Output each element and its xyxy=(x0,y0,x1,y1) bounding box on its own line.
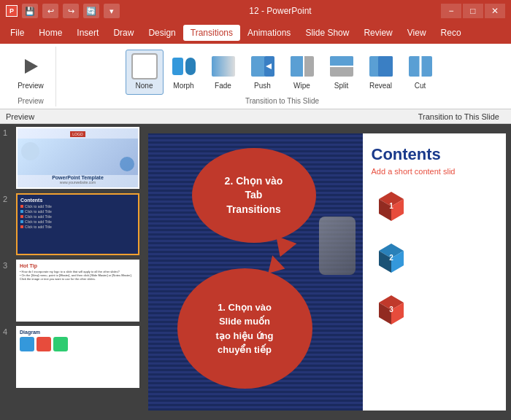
menu-insert[interactable]: Insert xyxy=(69,25,106,41)
morph-label: Morph xyxy=(173,82,193,90)
callout-1-text: 2. Chọn vào Tab Transitions xyxy=(218,167,291,225)
ribbon-preview-items: Preview xyxy=(12,48,50,96)
menu-animations[interactable]: Animations xyxy=(240,25,298,41)
preview-button[interactable]: Preview xyxy=(12,50,50,95)
svg-text:3: 3 xyxy=(389,306,393,314)
wipe-label: Wipe xyxy=(293,82,310,90)
transition-none-button[interactable]: None xyxy=(126,50,164,95)
reveal-icon xyxy=(368,53,394,79)
slide-thumb-3[interactable]: Hot Tip • How do I incorporate my logo t… xyxy=(16,260,139,322)
slide-thumb-2[interactable]: Contents Click to add Title Click to add… xyxy=(16,193,139,255)
none-icon xyxy=(131,53,158,79)
split-icon xyxy=(328,53,355,79)
menu-home[interactable]: Home xyxy=(31,25,69,41)
save-button[interactable]: 💾 xyxy=(22,4,38,18)
menu-view[interactable]: View xyxy=(400,25,434,41)
slide-item-2[interactable]: 2 Contents Click to add Title Click to a… xyxy=(3,193,139,255)
transition-wipe-button[interactable]: Wipe xyxy=(283,50,321,95)
title-bar: P 💾 ↩ ↪ 🔄 ▾ 12 - PowerPoint − □ ✕ xyxy=(0,0,511,22)
menu-review[interactable]: Review xyxy=(356,25,399,41)
window-controls: − □ ✕ xyxy=(441,4,505,18)
menu-design[interactable]: Design xyxy=(141,25,182,41)
thumb-logo: LOGO xyxy=(70,131,85,137)
morph-icon xyxy=(171,53,197,79)
split-label: Split xyxy=(334,82,348,90)
undo-button[interactable]: ↩ xyxy=(42,4,58,18)
svg-text:2: 2 xyxy=(389,254,393,262)
wipe-icon xyxy=(289,53,315,79)
menu-file[interactable]: File xyxy=(3,25,31,41)
cube-item-1: 1 xyxy=(372,184,497,225)
transition-cut-button[interactable]: Cut xyxy=(402,50,439,95)
slide-number-1: 1 xyxy=(3,127,13,137)
fade-label: Fade xyxy=(215,82,231,90)
menu-transitions[interactable]: Transitions xyxy=(183,25,240,41)
menu-reco[interactable]: Reco xyxy=(434,25,469,41)
close-button[interactable]: ✕ xyxy=(485,4,505,18)
powerpoint-icon: P xyxy=(6,5,18,17)
transition-fade-button[interactable]: Fade xyxy=(204,50,242,95)
ribbon: Preview Preview None Mo xyxy=(0,44,511,109)
svg-rect-1 xyxy=(172,58,183,75)
thumb-4-title: Diagram xyxy=(20,330,136,335)
title-bar-left: P 💾 ↩ ↪ 🔄 ▾ xyxy=(6,4,120,18)
thumb-1-subtitle: www.yourwebsite.com xyxy=(60,180,96,184)
transition-group-label: Transition to This Slide xyxy=(245,97,319,105)
slide-item-1[interactable]: 1 LOGO PowerPoint Template www.yourwebsi… xyxy=(3,127,139,189)
slide-number-2: 2 xyxy=(3,193,13,203)
callout-slide-select: 1. Chọn vào Slide muốn tạo hiệu ứng chuy… xyxy=(177,268,312,389)
push-label: Push xyxy=(254,82,271,90)
maximize-button[interactable]: □ xyxy=(463,4,483,18)
svg-marker-0 xyxy=(25,59,38,74)
slide-subtitle: Add a short content slid xyxy=(372,167,497,176)
transition-buttons: None Morph xyxy=(126,48,439,96)
slide-item-3[interactable]: 3 Hot Tip • How do I incorporate my logo… xyxy=(3,260,139,322)
callout-2-text: 1. Chọn vào Slide muốn tạo hiệu ứng chuy… xyxy=(207,292,283,366)
svg-rect-8 xyxy=(291,56,304,77)
cube-item-2: 2 xyxy=(372,236,497,276)
slide-thumb-4[interactable]: Diagram xyxy=(16,326,139,388)
menu-bar: File Home Insert Draw Design Transitions… xyxy=(0,22,511,44)
minimize-button[interactable]: − xyxy=(441,4,461,18)
thumb-2-items: Click to add Title Click to add Title Cl… xyxy=(20,204,135,229)
slide-thumb-1[interactable]: LOGO PowerPoint Template www.yourwebsite… xyxy=(16,127,139,189)
svg-text:1: 1 xyxy=(389,202,393,210)
ribbon-group-preview: Preview Preview xyxy=(6,47,56,106)
autosave-button[interactable]: 🔄 xyxy=(83,4,99,18)
menu-slideshow[interactable]: Slide Show xyxy=(298,25,356,41)
slide-item-4[interactable]: 4 Diagram xyxy=(3,326,139,388)
svg-rect-3 xyxy=(212,56,235,77)
reveal-label: Reveal xyxy=(369,82,392,90)
redo-button[interactable]: ↪ xyxy=(63,4,79,18)
slide-canvas: Contents Add a short content slid 1 xyxy=(148,133,506,411)
preview-group-label: Preview xyxy=(18,97,44,105)
thumb-1-title: PowerPoint Template xyxy=(52,175,104,180)
ribbon-group-transitions: None Morph xyxy=(59,47,505,106)
menu-draw[interactable]: Draw xyxy=(106,25,141,41)
none-label: None xyxy=(136,82,153,90)
slide-panel[interactable]: 1 LOGO PowerPoint Template www.yourwebsi… xyxy=(0,124,142,420)
cube-item-3: 3 xyxy=(372,288,497,328)
svg-rect-4 xyxy=(251,56,266,77)
svg-rect-14 xyxy=(378,56,393,77)
transition-reveal-button[interactable]: Reveal xyxy=(362,50,400,95)
preview-label: Preview xyxy=(18,82,44,90)
main-area: 1 LOGO PowerPoint Template www.yourwebsi… xyxy=(0,124,511,420)
thumb-3-text: • How do I incorporate my logo to a slid… xyxy=(20,270,136,281)
callout-transitions: 2. Chọn vào Tab Transitions xyxy=(192,148,316,243)
slide-right-panel: Contents Add a short content slid 1 xyxy=(363,133,506,411)
slide-view: Contents Add a short content slid 1 xyxy=(142,124,511,420)
slide-number-3: 3 xyxy=(3,260,13,270)
svg-rect-2 xyxy=(185,58,196,75)
slide-number-4: 4 xyxy=(3,326,13,336)
transition-morph-button[interactable]: Morph xyxy=(165,50,203,95)
svg-rect-11 xyxy=(330,56,353,66)
more-button[interactable]: ▾ xyxy=(104,4,120,18)
slide-title: Contents xyxy=(372,145,497,164)
transition-push-button[interactable]: Push xyxy=(244,50,282,95)
fade-icon xyxy=(210,53,237,79)
cut-label: Cut xyxy=(415,82,426,90)
thumb-2-title: Contents xyxy=(20,198,135,203)
thumb-3-title: Hot Tip xyxy=(20,263,136,268)
transition-split-button[interactable]: Split xyxy=(323,50,361,95)
